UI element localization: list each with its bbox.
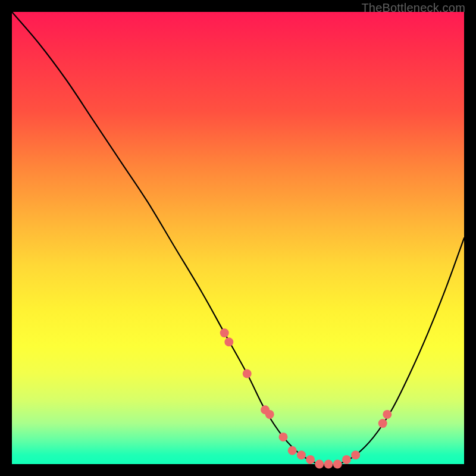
attribution-text: TheBottleneck.com bbox=[361, 1, 465, 15]
marker-dot bbox=[220, 328, 229, 337]
marker-group bbox=[220, 328, 392, 468]
marker-dot bbox=[315, 460, 324, 469]
marker-dot bbox=[383, 410, 392, 419]
marker-dot bbox=[279, 433, 288, 441]
marker-dot bbox=[243, 369, 252, 378]
plot-area bbox=[12, 12, 464, 464]
marker-dot bbox=[378, 419, 387, 428]
marker-dot bbox=[265, 410, 274, 419]
chart-stage: TheBottleneck.com bbox=[0, 0, 476, 476]
marker-dot bbox=[288, 446, 297, 455]
marker-dot bbox=[224, 337, 233, 346]
marker-dot bbox=[342, 455, 351, 464]
marker-dot bbox=[306, 455, 315, 464]
marker-dot bbox=[297, 450, 306, 459]
marker-dot bbox=[324, 460, 333, 469]
marker-dot bbox=[351, 450, 360, 459]
curve-line bbox=[12, 12, 464, 465]
marker-dot bbox=[333, 460, 342, 469]
chart-svg bbox=[12, 12, 464, 464]
